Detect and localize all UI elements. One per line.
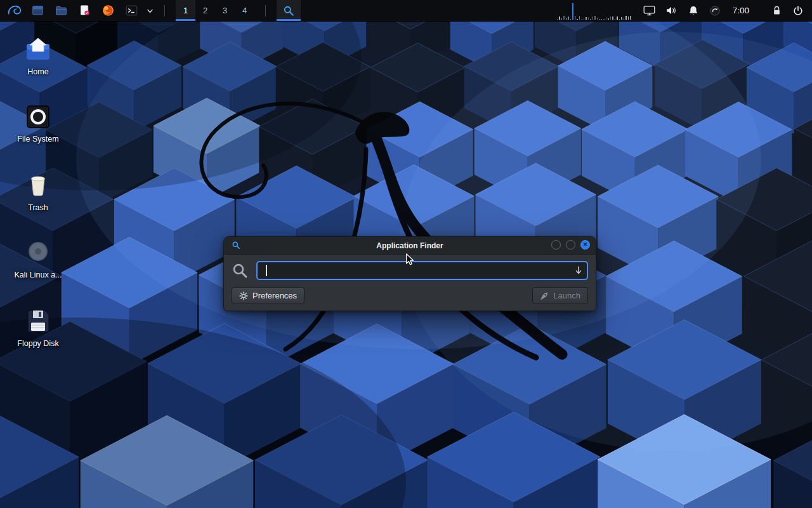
terminal-dropdown-icon[interactable]: [147, 0, 154, 21]
desktop-icon-floppy-disk[interactable]: Floppy Disk: [8, 306, 69, 349]
workspace-2[interactable]: 2: [195, 0, 215, 21]
text-caret: [266, 265, 267, 276]
search-input-field[interactable]: [258, 262, 587, 279]
gear-icon: [239, 291, 248, 300]
desktop-icon-label: File System: [8, 135, 69, 144]
desktop-icon-kali-volume[interactable]: Kali Linux a...: [8, 237, 69, 280]
workspace-1[interactable]: 1: [176, 0, 195, 21]
window-controls: ✕: [551, 240, 590, 250]
power-icon[interactable]: [792, 4, 804, 17]
dialog-body: Preferences Launch: [224, 255, 596, 311]
history-dropdown-icon[interactable]: [573, 264, 584, 277]
panel-separator: [265, 5, 266, 17]
panel-separator: [164, 5, 165, 17]
top-panel: 1 2 3 4: [0, 0, 812, 22]
desktop-icon-file-system[interactable]: File System: [8, 102, 69, 144]
launch-rocket-icon: [540, 291, 549, 300]
desktop-icon-label: Trash: [8, 203, 69, 213]
titlebar[interactable]: Application Finder ✕: [224, 237, 596, 255]
drive-icon: [23, 102, 53, 132]
launch-button[interactable]: Launch: [532, 287, 588, 304]
firefox-icon[interactable]: [100, 0, 117, 21]
application-finder-window-icon: [232, 241, 240, 250]
workspace-3[interactable]: 3: [215, 0, 235, 21]
clock[interactable]: 7:00: [733, 6, 749, 15]
folder-icon[interactable]: [53, 0, 70, 21]
desktop-icon-label: Floppy Disk: [8, 339, 69, 349]
trash-icon: [23, 170, 53, 201]
tasklist-application-finder[interactable]: [277, 0, 301, 21]
desktop-icon-home[interactable]: Home: [8, 34, 69, 77]
minimize-button[interactable]: [551, 240, 561, 250]
volume-disc-icon: [23, 237, 53, 268]
system-tray: 7:00: [557, 2, 812, 20]
status-circle-icon[interactable]: [709, 4, 721, 17]
volume-icon[interactable]: [665, 4, 678, 17]
workspace-switcher: 1 2 3 4: [176, 0, 254, 21]
home-icon: [23, 34, 53, 65]
launch-label: Launch: [553, 291, 580, 300]
workspace-4[interactable]: 4: [235, 0, 254, 21]
desktop-icon-label: Home: [8, 67, 69, 77]
text-editor-icon[interactable]: [76, 0, 93, 21]
floppy-icon: [23, 306, 53, 337]
display-icon[interactable]: [643, 4, 656, 17]
lock-icon[interactable]: [771, 4, 783, 17]
maximize-button[interactable]: [566, 240, 575, 250]
terminal-icon[interactable]: [123, 0, 140, 21]
file-manager-icon[interactable]: [29, 0, 46, 21]
magnifier-icon: [282, 4, 295, 17]
close-icon: ✕: [583, 242, 588, 248]
window-title: Application Finder: [376, 241, 443, 250]
search-icon: [232, 262, 249, 279]
close-button[interactable]: ✕: [580, 240, 590, 250]
desktop-icon-trash[interactable]: Trash: [8, 170, 69, 213]
application-finder-window: Application Finder ✕: [223, 236, 596, 311]
preferences-label: Preferences: [252, 291, 297, 300]
preferences-button[interactable]: Preferences: [232, 287, 304, 304]
panel-launchers: 1 2 3 4: [0, 0, 301, 21]
cpu-graph[interactable]: [557, 2, 631, 20]
search-input[interactable]: [256, 261, 588, 280]
notifications-bell-icon[interactable]: [687, 4, 700, 17]
kali-menu-icon[interactable]: [5, 0, 23, 21]
desktop-icon-label: Kali Linux a...: [8, 271, 69, 280]
